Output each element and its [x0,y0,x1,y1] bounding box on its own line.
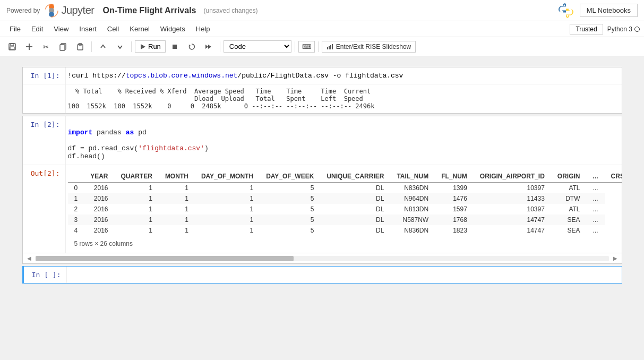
cut-button[interactable]: ✂ [38,40,54,53]
menu-kernel[interactable]: Kernel [124,23,155,35]
col-quarter: QUARTER [115,170,159,183]
cell-type-dropdown[interactable]: Code Markdown Raw NBConvert [224,40,291,53]
col-day-of-week: DAY_OF_WEEK [260,170,320,183]
svg-marker-18 [205,45,208,49]
col-month: MONTH [159,170,195,183]
scroll-thumb[interactable] [36,256,294,261]
paste-button[interactable] [72,40,88,53]
fast-forward-button[interactable] [201,40,217,53]
bar-chart-icon [327,44,334,49]
add-cell-button[interactable] [21,40,37,53]
table-row: 120161115DLN964DN147611433DTW... [68,193,622,204]
run-label: Run [148,42,161,50]
rise-slideshow-button[interactable]: Enter/Exit RISE Slideshow [322,41,416,53]
menu-help[interactable]: Help [191,23,216,35]
col-tail-num: TAIL_NUM [390,170,435,183]
fast-forward-icon [204,42,213,51]
cell-2-content: In [2]: import pandas as pd df = pd.read… [23,116,622,165]
col-ellipsis: ... [587,170,605,183]
dataframe-table: YEAR QUARTER MONTH DAY_OF_MONTH DAY_OF_W… [68,170,622,236]
jupyter-logo-icon [44,3,59,18]
copy-button[interactable] [55,40,71,53]
svg-rect-20 [327,47,328,49]
paste-icon [76,42,84,51]
cell-1-content: In [1]: !curl https://topcs.blob.core.wi… [23,67,622,84]
trusted-button[interactable]: Trusted [570,24,603,35]
svg-point-5 [566,15,568,16]
run-button[interactable]: Run [135,40,166,53]
table-row: 020161115DLN836DN139910397ATL... [68,183,622,194]
toolbar-separator-5 [318,41,319,52]
cell-2-output: Out[2]: YEAR QUARTER MONTH DAY_OF_MONTH … [23,165,622,263]
copy-icon [59,42,67,51]
kernel-info: Python 3 [607,25,640,33]
toolbar-separator-1 [91,41,92,52]
new-cell-input-area[interactable] [66,267,622,283]
notebook-title: On-Time Flight Arrivals [102,6,196,15]
svg-rect-23 [332,44,333,49]
scroll-left-arrow[interactable]: ◀ [25,254,33,262]
cell-1-output-content: % Total % Received % Xferd Average Speed… [65,84,622,113]
table-row: 220161115DLN813DN159710397ATL... [68,204,622,215]
save-button[interactable] [4,40,20,53]
col-origin: ORIGIN [551,170,587,183]
svg-rect-7 [11,44,14,46]
move-up-button[interactable] [95,40,111,53]
move-down-button[interactable] [112,40,128,53]
toolbar-separator-4 [295,41,295,52]
cell-2-prompt: In [2]: [23,116,65,165]
svg-point-4 [563,4,565,6]
new-cell: In [ ]: [22,266,622,284]
kernel-label: Python 3 [607,25,632,33]
col-year: YEAR [84,170,114,183]
cell-1-output-prompt [23,84,65,113]
menu-widgets[interactable]: Widgets [155,23,191,35]
cell-1: In [1]: !curl https://topcs.blob.core.wi… [22,67,622,114]
scroll-right-arrow[interactable]: ▶ [611,254,620,262]
table-body: 020161115DLN836DN139910397ATL...12016111… [68,183,622,236]
menu-edit[interactable]: Edit [26,23,48,35]
menu-file[interactable]: File [4,23,26,35]
cell-2-output-content: YEAR QUARTER MONTH DAY_OF_MONTH DAY_OF_W… [65,165,622,253]
toolbar-separator-3 [220,41,220,52]
run-icon [140,44,146,50]
col-crs-arr: CRS_ARR_ [605,170,622,183]
move-down-icon [116,42,124,51]
cell-2-input[interactable]: import pandas as pd df = pd.read_csv('fl… [65,116,622,165]
restart-button[interactable] [184,40,200,53]
cell-2-output-prompt: Out[2]: [23,165,65,253]
cell-2: In [2]: import pandas as pd df = pd.read… [22,116,622,264]
top-bar-right: ML Notebooks [557,2,638,19]
save-icon [8,42,16,51]
notebook-area: In [1]: !curl https://topcs.blob.core.wi… [0,56,644,360]
menu-insert[interactable]: Insert [74,23,102,35]
cell-1-output: % Total % Received % Xferd Average Speed… [23,84,622,113]
col-origin-airport-id: ORIGIN_AIRPORT_ID [474,170,551,183]
kernel-status-dot [634,27,640,32]
stop-icon [170,42,179,51]
svg-rect-21 [329,46,330,49]
scroll-track[interactable] [36,256,609,261]
stop-button[interactable] [167,40,183,53]
table-row: 320161115DLN587NW176814747SEA... [68,215,622,225]
python-logo-icon [557,2,574,19]
keyboard-shortcut-button[interactable]: ⌨ [298,41,315,53]
jupyter-brand-text: Jupyter [61,4,94,16]
top-bar-left: Powered by Jupyter On-Time Flight Arriva… [6,3,258,18]
col-fl-num: FL_NUM [435,170,474,183]
col-day-of-month: DAY_OF_MONTH [195,170,260,183]
menu-view[interactable]: View [48,23,74,35]
col-index [68,170,84,183]
horizontal-scrollbar[interactable]: ◀ ▶ [23,253,622,263]
restart-icon [187,42,196,51]
svg-rect-8 [10,47,14,49]
ml-notebooks-button[interactable]: ML Notebooks [580,4,638,17]
svg-rect-17 [173,45,177,49]
cell-1-input[interactable]: !curl https://topcs.blob.core.windows.ne… [65,67,622,84]
svg-marker-19 [208,45,211,49]
svg-rect-13 [60,45,65,50]
dataframe-summary: 5 rows × 26 columns [68,238,620,250]
menu-cell[interactable]: Cell [102,23,124,35]
menu-bar: File Edit View Insert Cell Kernel Widget… [0,21,644,37]
rise-label: Enter/Exit RISE Slideshow [336,43,411,50]
